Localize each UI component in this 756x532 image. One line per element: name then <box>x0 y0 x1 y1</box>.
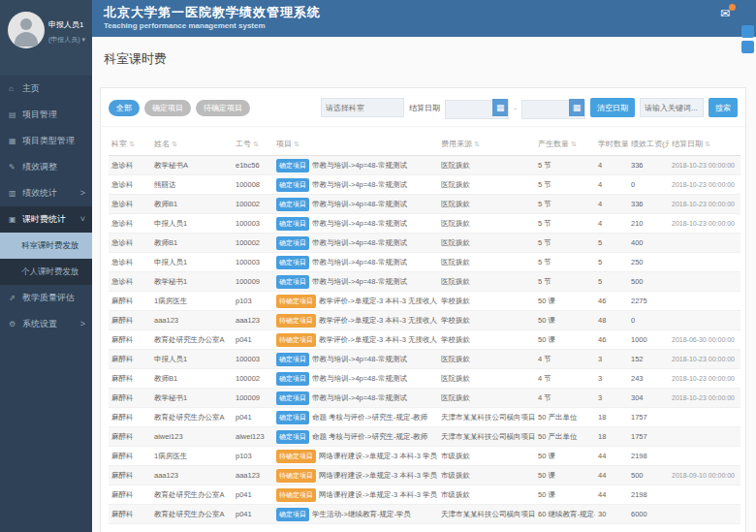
app-subtitle: Teaching performance management system <box>104 21 266 30</box>
project-status-badge: 确定项目 <box>276 372 309 386</box>
side-widget-top-icon[interactable] <box>741 25 754 38</box>
cell-project: 确定项目带教与培训->4p=48-常规测试 <box>273 369 438 389</box>
cell-department: 麻醉科 <box>109 330 151 350</box>
cell-project: 待确定项目网络课程建设->单规定-3 本科-3 学员 <box>273 466 438 485</box>
cell-quantity: 50 产出单位 <box>535 427 595 447</box>
cell-settle-date: 2018-10-23 00:00:00 <box>669 175 740 195</box>
cell-employee-id: 100003 <box>233 214 273 234</box>
calendar-icon[interactable]: ▦ <box>492 99 508 116</box>
date-range-label: 结算日期 <box>409 103 440 113</box>
cell-project: 确定项目带教与培训->4p=48-常规测试 <box>273 156 438 175</box>
filter-pill-1[interactable]: 确定项目 <box>144 100 191 116</box>
sidebar-item-teaching-quality-evaluation[interactable]: ⇗教学质量评估 <box>0 285 92 311</box>
table-body: 急诊科教学秘书Ae1bc56确定项目带教与培训->4p=48-常规测试医院拨款5… <box>109 156 740 524</box>
cell-quantity: 5 节 <box>535 175 595 195</box>
user-role-dropdown[interactable]: (申报人员) ▾ <box>48 35 85 45</box>
notification-icon[interactable]: ✉ <box>717 6 733 21</box>
sort-icon[interactable]: ⇅ <box>172 141 177 147</box>
cell-quantity: 50 课 <box>535 466 595 485</box>
table-row: 麻醉科aaa123aaa123待确定项目教学评价->单规定-3 本科-3 无接收… <box>109 311 740 330</box>
filter-pill-2[interactable]: 待确定项目 <box>196 100 250 116</box>
project-name: 带教与培训->4p=48-常规测试 <box>312 373 407 382</box>
filter-pill-0[interactable]: 全部 <box>109 100 140 116</box>
date-from-wrap: ▦ <box>445 98 509 117</box>
sidebar-subitem-dept-class-fee[interactable]: 科室课时费发放 <box>0 233 92 259</box>
content-card: 全部确定项目待确定项目 结算日期 ▦ - ▦ 清空日期 搜索 <box>100 87 746 532</box>
column-header[interactable]: 科室⇅ <box>109 133 151 156</box>
class-fee-statistics-icon: ▣ <box>9 206 19 233</box>
search-button[interactable]: 搜索 <box>709 98 738 117</box>
project-name: 带教与培训->4p=48-常规测试 <box>312 160 407 169</box>
sort-icon[interactable]: ⇅ <box>253 141 259 147</box>
project-name: 学生活动->继续教育-规定-学员 <box>312 509 411 517</box>
project-status-badge: 确定项目 <box>276 159 309 172</box>
project-status-badge: 确定项目 <box>276 236 309 250</box>
cell-quantity: 50 课 <box>535 447 595 466</box>
cell-name: 教学秘书1 <box>151 272 233 292</box>
keyword-search-input[interactable] <box>640 98 704 117</box>
cell-settle-date <box>669 311 740 330</box>
cell-salary: 2198 <box>628 485 669 505</box>
cell-salary: 1757 <box>628 408 669 427</box>
project-name: 带教与培训->4p=48-常规测试 <box>312 199 407 207</box>
sidebar-item-label: 项目类型管理 <box>22 136 75 145</box>
cell-salary: 243 <box>628 369 669 389</box>
column-header[interactable]: 费用来源⇅ <box>438 133 535 156</box>
cell-quantity: 50 产出单位 <box>535 408 595 427</box>
column-header[interactable]: 结算日期⇅ <box>669 133 740 156</box>
cell-department: 麻醉科 <box>109 505 151 524</box>
sidebar-item-performance-statistics[interactable]: ▥绩效统计˃ <box>0 180 92 206</box>
sort-icon[interactable]: ⇅ <box>705 141 710 147</box>
cell-name: 教师B1 <box>151 369 233 389</box>
table-row: 麻醉科aiwei123aiwei123确定项目命题 考核与评价->研究生-规定-… <box>109 427 740 447</box>
side-widget-bottom-icon[interactable] <box>741 41 754 53</box>
sidebar-item-project-management[interactable]: ▤项目管理 <box>0 102 92 128</box>
department-select-input[interactable] <box>321 98 404 117</box>
sidebar-item-performance-adjustment[interactable]: ✎绩效调整 <box>0 154 92 180</box>
column-header[interactable]: 绩效工资(元)⇅ <box>628 133 669 156</box>
sidebar-item-home[interactable]: ⌂主页 <box>0 76 92 102</box>
column-header[interactable]: 产生数量⇅ <box>535 133 595 156</box>
cell-salary: 0 <box>628 175 669 195</box>
sort-icon[interactable]: ⇅ <box>294 141 299 147</box>
cell-settle-date: 2018-10-23 00:00:00 <box>669 156 740 175</box>
user-panel: 申报人员1 (申报人员) ▾ <box>0 0 92 76</box>
cell-fee-source: 医院拨款 <box>438 156 535 175</box>
cell-quantity: 4 节 <box>535 389 595 408</box>
sort-icon[interactable]: ⇅ <box>474 141 480 147</box>
table-row: 麻醉科教育处研究生办公室Ap041确定项目命题 考核与评价->研究生-规定-教师… <box>109 408 740 427</box>
cell-name: 教学秘书A <box>151 156 233 175</box>
sidebar-subitem-personal-class-fee[interactable]: 个人课时费发放 <box>0 259 92 285</box>
cell-department: 麻醉科 <box>109 350 151 369</box>
cell-settle-date: 2018-10-23 00:00:00 <box>669 195 740 214</box>
calendar-icon[interactable]: ▦ <box>569 99 584 116</box>
cell-employee-id: 100009 <box>233 389 273 408</box>
cell-employee-id: p103 <box>233 447 273 466</box>
cell-fee-source: 学校拨款 <box>438 330 535 350</box>
sort-icon[interactable]: ⇅ <box>571 141 577 147</box>
project-name: 带教与培训->4p=48-常规测试 <box>312 392 407 401</box>
table-header-row: 科室⇅姓名⇅工号⇅项目⇅费用来源⇅产生数量⇅学时数量⇅绩效工资(元)⇅结算日期⇅ <box>109 133 740 156</box>
column-header[interactable]: 项目⇅ <box>273 133 438 156</box>
cell-employee-id: 100008 <box>233 175 273 195</box>
notification-badge <box>729 4 736 11</box>
cell-salary: 152 <box>628 350 669 369</box>
project-status-badge: 待确定项目 <box>276 314 316 328</box>
project-status-badge: 确定项目 <box>276 508 309 521</box>
sort-icon[interactable]: ⇅ <box>129 141 135 147</box>
cell-fee-source: 医院拨款 <box>438 234 535 253</box>
column-header[interactable]: 学时数量⇅ <box>595 133 628 156</box>
cell-project: 确定项目带教与培训->4p=48-常规测试 <box>273 350 438 369</box>
sidebar-item-project-type-management[interactable]: ▦项目类型管理 <box>0 128 92 154</box>
project-status-badge: 确定项目 <box>276 430 309 444</box>
clear-date-button[interactable]: 清空日期 <box>590 98 635 117</box>
cell-employee-id: 100003 <box>233 253 273 272</box>
column-header[interactable]: 姓名⇅ <box>151 133 233 156</box>
sidebar: 申报人员1 (申报人员) ▾ ⌂主页▤项目管理▦项目类型管理✎绩效调整▥绩效统计… <box>0 0 92 532</box>
sidebar-item-system-settings[interactable]: ⚙系统设置˃ <box>0 311 92 337</box>
cell-project: 确定项目带教与培训->4p=48-常规测试 <box>273 195 438 214</box>
column-header[interactable]: 工号⇅ <box>233 133 273 156</box>
project-status-badge: 待确定项目 <box>276 488 316 502</box>
cell-employee-id: 100003 <box>233 350 273 369</box>
sidebar-item-class-fee-statistics[interactable]: ▣课时费统计˅ <box>0 206 92 233</box>
